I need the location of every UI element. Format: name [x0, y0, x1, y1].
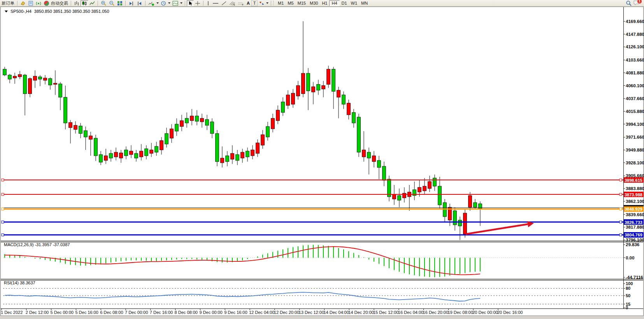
- price-tick-label: 3796.100: [626, 238, 644, 242]
- toolbar-grip: [273, 1, 275, 5]
- candle-body: [327, 69, 330, 85]
- price-line-badge-label: 3898.615: [625, 178, 642, 183]
- candle-body: [393, 194, 396, 199]
- tile-windows-icon[interactable]: [116, 0, 124, 6]
- candle-body: [180, 121, 184, 127]
- time-tick-label: 5 Dec 16:00: [75, 310, 98, 315]
- candle-body: [216, 134, 219, 162]
- zoom-out-icon[interactable]: [108, 0, 116, 6]
- timeframe-h1[interactable]: H1: [320, 0, 329, 6]
- timeframe-w1[interactable]: W1: [349, 0, 360, 6]
- symbol-dropdown-icon[interactable]: [5, 11, 8, 12]
- rsi-tick-label: 100: [626, 281, 633, 286]
- time-tick-label: 20 Dec 00:00: [472, 310, 498, 315]
- time-tick-label: 15 Dec 12:00: [373, 310, 398, 315]
- auto-trading-button[interactable]: 自动交易: [43, 0, 69, 6]
- auto-scroll-icon[interactable]: [127, 0, 135, 6]
- candle-body: [236, 155, 239, 160]
- cursor-tool-icon[interactable]: [187, 0, 194, 6]
- candle-body: [205, 120, 209, 125]
- candle-body: [39, 77, 42, 79]
- text-tool-icon[interactable]: A: [245, 0, 251, 6]
- toolbar-separator: [185, 1, 185, 6]
- trendline-tool-icon[interactable]: [220, 0, 228, 6]
- arrows-dropdown-icon[interactable]: [266, 2, 268, 4]
- periods-icon[interactable]: [160, 0, 167, 6]
- time-tick-label: 9 Dec 00:00: [199, 310, 222, 315]
- new-order-button[interactable]: 新订单: [0, 0, 16, 6]
- candle-body: [114, 152, 118, 157]
- main-toolbar: 新订单 自动交易 E F A T M1 M5 M15 M30 H1 H4 D1 …: [0, 0, 644, 7]
- candle-body: [89, 136, 93, 139]
- timeframe-m1[interactable]: M1: [276, 0, 286, 6]
- candle-body: [211, 122, 214, 134]
- line-handle: [2, 193, 4, 196]
- time-tick-label: 16 Dec 20:00: [423, 310, 448, 315]
- timeframe-mn[interactable]: MN: [359, 0, 370, 6]
- timeframe-m30[interactable]: M30: [308, 0, 320, 6]
- timeframe-h4[interactable]: H4: [329, 0, 339, 6]
- indicator-dropdown-icon[interactable]: [156, 2, 159, 4]
- macd-tick-label: 0.00: [626, 256, 634, 260]
- fibonacci-tool-icon[interactable]: E: [228, 0, 237, 6]
- line-handle: [619, 208, 622, 210]
- candle-body: [347, 103, 351, 115]
- candle-body: [226, 156, 229, 162]
- price-tick-label: 4060.100: [626, 83, 644, 88]
- candle-body: [140, 151, 143, 157]
- data-window-icon[interactable]: [27, 0, 35, 6]
- price-tick-label: 3862.100: [626, 199, 644, 204]
- chart-shift-icon[interactable]: [135, 0, 144, 6]
- arrows-tool-icon[interactable]: [258, 0, 265, 6]
- time-tick-label: 5 Dec 00:00: [51, 310, 74, 315]
- signal-icon[interactable]: [35, 0, 43, 6]
- line-handle: [2, 221, 4, 223]
- notifications-button[interactable]: 1: [633, 0, 640, 7]
- template-icon[interactable]: [171, 0, 179, 6]
- price-line-badge-label: 3804.769: [625, 233, 642, 237]
- candle-body: [49, 79, 52, 85]
- notification-badge: 1: [637, 0, 642, 4]
- horizontal-line[interactable]: 3804.769: [2, 232, 644, 238]
- candle-body: [372, 156, 376, 162]
- trend-arrow-annotation[interactable]: [466, 221, 534, 234]
- search-icon[interactable]: [625, 0, 633, 6]
- candle-body: [423, 186, 426, 191]
- line-handle: [619, 179, 622, 181]
- candle-body: [357, 117, 361, 152]
- candle-body: [256, 143, 260, 153]
- horizontal-line[interactable]: 3848.929: [2, 206, 644, 212]
- candle-body: [74, 125, 77, 130]
- channel-tool-icon[interactable]: F: [237, 0, 245, 6]
- candle-body: [119, 153, 123, 158]
- line-chart-icon[interactable]: [88, 0, 96, 6]
- periods-dropdown-icon[interactable]: [168, 2, 170, 4]
- timeframe-m15[interactable]: M15: [296, 0, 308, 6]
- styler-icon[interactable]: [19, 0, 27, 6]
- macd-signal-line: [5, 247, 480, 275]
- horizontal-line[interactable]: 3826.733: [2, 219, 644, 225]
- bar-chart-icon[interactable]: [73, 0, 81, 6]
- horizontal-line[interactable]: 3898.615: [2, 177, 644, 183]
- price-tick-label: 4103.660: [626, 58, 644, 62]
- time-tick-label: 6 Dec 08:00: [100, 310, 123, 315]
- horizontal-line[interactable]: 3873.988: [2, 192, 644, 197]
- vertical-line-tool-icon[interactable]: [205, 0, 211, 6]
- candle-body: [195, 116, 199, 122]
- candle-body: [3, 69, 7, 75]
- candle-body: [13, 76, 17, 78]
- price-tick-label: 3994.100: [626, 122, 644, 127]
- crosshair-tool-icon[interactable]: [194, 0, 202, 6]
- line-handle: [2, 234, 4, 236]
- template-dropdown-icon[interactable]: [180, 2, 182, 4]
- timeframe-d1[interactable]: D1: [340, 0, 349, 6]
- add-indicator-icon[interactable]: [147, 0, 156, 6]
- candlestick-chart-icon[interactable]: [81, 0, 88, 6]
- label-tool-icon[interactable]: T: [251, 0, 258, 6]
- zoom-in-icon[interactable]: [100, 0, 108, 6]
- time-tick-label: 9 Dec 16:00: [224, 310, 247, 315]
- candle-body: [8, 75, 12, 79]
- candle-body: [337, 90, 340, 97]
- timeframe-m5[interactable]: M5: [286, 0, 295, 6]
- horizontal-line-tool-icon[interactable]: [211, 0, 220, 6]
